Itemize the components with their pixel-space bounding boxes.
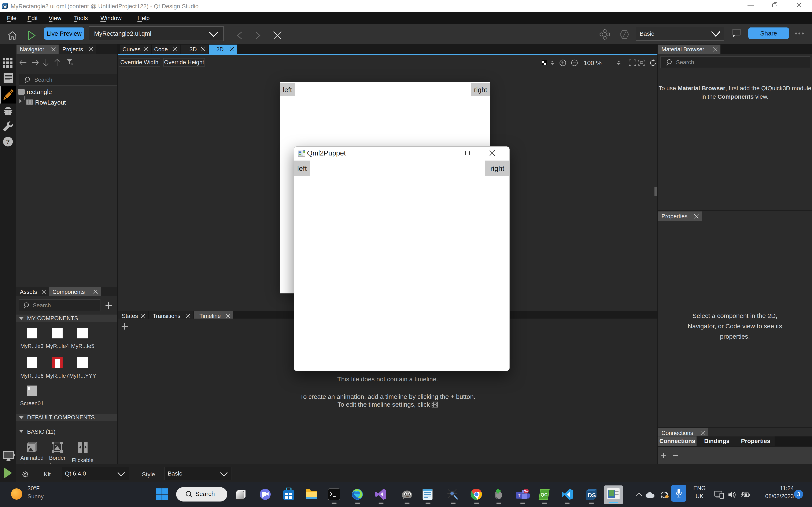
svg-text:?: ? [6,138,10,145]
svg-text:9+: 9+ [524,490,528,493]
svg-text:QC: QC [541,492,548,497]
svg-text:DS: DS [588,492,596,499]
svg-text:DS: DS [2,5,7,9]
svg-text:T: T [518,493,521,498]
